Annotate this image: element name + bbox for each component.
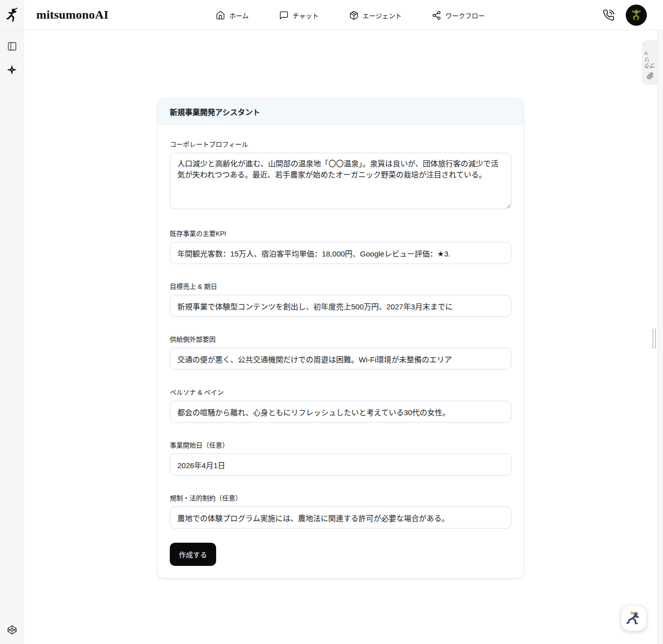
phone-call-icon[interactable]	[603, 9, 615, 21]
nav-label: ワークフロー	[445, 11, 485, 20]
nav-item-chat[interactable]: チャット	[279, 11, 319, 20]
field-target-revenue: 目標売上 & 期日	[170, 281, 511, 317]
nav-label: エージェント	[363, 11, 402, 20]
field-label: ペルソナ & ペイン	[170, 387, 511, 397]
ninja-logo-icon	[6, 8, 19, 23]
user-avatar[interactable]	[626, 5, 647, 26]
home-icon	[216, 11, 225, 20]
brand-name[interactable]: mitsumonoAI	[36, 8, 109, 22]
target-revenue-input[interactable]	[170, 295, 511, 317]
panel-left-icon[interactable]	[7, 41, 17, 51]
brand-logo[interactable]	[0, 0, 24, 30]
clip-side-tab[interactable]: クリップ	[642, 40, 657, 85]
clip-tab-label: クリップ	[645, 46, 656, 69]
nav-item-agent[interactable]: エージェント	[349, 11, 402, 20]
field-persona-pain: ペルソナ & ペイン	[170, 387, 511, 423]
ninja-mascot-icon	[626, 610, 642, 626]
field-existing-kpi: 既存事業の主要KPI	[170, 228, 511, 264]
sparkle-icon[interactable]	[7, 65, 17, 75]
card-body: コーポレートプロフィール 人口減少と高齢化が進む、山間部の温泉地「〇〇温泉」。泉…	[158, 125, 523, 578]
panel-resize-grip[interactable]	[652, 329, 656, 349]
left-sidebar	[0, 30, 24, 644]
paperclip-icon	[646, 72, 654, 80]
field-corporate-profile: コーポレートプロフィール 人口減少と高齢化が進む、山間部の温泉地「〇〇温泉」。泉…	[170, 139, 511, 211]
agent-box-icon	[349, 11, 359, 20]
right-scroll-rail[interactable]	[657, 30, 663, 644]
existing-kpi-input[interactable]	[170, 242, 511, 264]
supply-side-factors-input[interactable]	[170, 348, 511, 370]
create-button[interactable]: 作成する	[170, 543, 216, 566]
card-header: 新規事業開発アシスタント	[158, 99, 523, 125]
nav-label: ホーム	[229, 11, 249, 20]
codepen-cube-icon[interactable]	[7, 625, 17, 635]
field-legal-constraints: 規制・法的制約（任意）	[170, 493, 511, 529]
field-label: 規制・法的制約（任意）	[170, 493, 511, 502]
assistant-form-card: 新規事業開発アシスタント コーポレートプロフィール 人口減少と高齢化が進む、山間…	[157, 98, 524, 578]
field-start-date: 事業開始日（任意）	[170, 440, 511, 476]
field-label: 目標売上 & 期日	[170, 281, 511, 291]
legal-constraints-input[interactable]	[170, 506, 511, 529]
nav-item-home[interactable]: ホーム	[216, 11, 249, 20]
field-label: 事業開始日（任意）	[170, 440, 511, 449]
corporate-profile-textarea[interactable]: 人口減少と高齢化が進む、山間部の温泉地「〇〇温泉」。泉質は良いが、団体旅行客の減…	[170, 153, 511, 209]
nav-label: チャット	[293, 11, 319, 20]
field-label: コーポレートプロフィール	[170, 139, 511, 149]
header-right	[603, 0, 647, 30]
card-title: 新規事業開発アシスタント	[170, 106, 511, 117]
start-date-input[interactable]	[170, 454, 511, 476]
field-supply-side-factors: 供給側外部要因	[170, 334, 511, 370]
main-nav: ホーム チャット エージェント	[216, 0, 485, 30]
top-header: mitsumonoAI ホーム チャット	[0, 0, 663, 30]
workflow-share-icon	[432, 11, 441, 20]
chat-icon	[279, 11, 289, 20]
field-label: 既存事業の主要KPI	[170, 228, 511, 238]
field-label: 供給側外部要因	[170, 334, 511, 344]
ninja-assistant-fab[interactable]	[621, 606, 646, 631]
persona-pain-input[interactable]	[170, 401, 511, 423]
ninja-avatar-icon	[630, 9, 642, 22]
nav-item-workflow[interactable]: ワークフロー	[432, 11, 485, 20]
